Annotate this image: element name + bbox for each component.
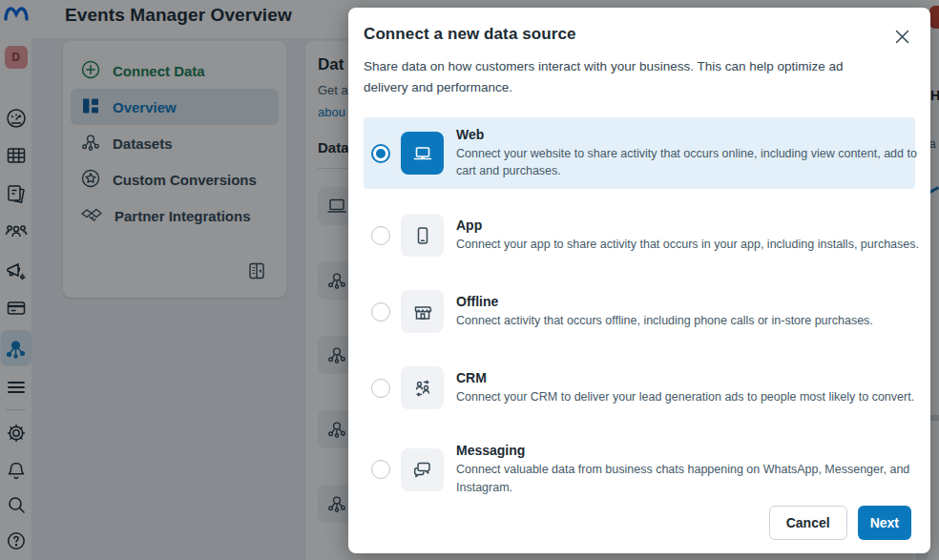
connect-data-source-modal: Connect a new data source Share data on …: [348, 8, 930, 553]
option-description: Connect valuable data from business chat…: [456, 461, 926, 495]
option-label: Web: [456, 127, 926, 142]
option-app[interactable]: App Connect your app to share activity t…: [364, 204, 915, 266]
option-label: Messaging: [456, 443, 926, 458]
next-button[interactable]: Next: [858, 506, 911, 540]
data-source-options: Web Connect your website to share activi…: [364, 117, 915, 506]
radio-messaging[interactable]: [371, 460, 390, 479]
option-label: CRM: [456, 370, 926, 385]
modal-description: Share data on how customers interact wit…: [364, 56, 887, 97]
modal-title: Connect a new data source: [364, 25, 915, 44]
close-icon[interactable]: [888, 23, 915, 50]
radio-web-selected[interactable]: [371, 144, 390, 163]
option-offline[interactable]: Offline Connect activity that occurs off…: [364, 280, 915, 342]
chat-bubbles-icon: [401, 448, 444, 491]
option-description: Connect your app to share activity that …: [456, 236, 926, 253]
modal-footer: Cancel Next: [769, 506, 911, 540]
option-web[interactable]: Web Connect your website to share activi…: [364, 117, 915, 189]
option-label: App: [456, 218, 926, 233]
cancel-button[interactable]: Cancel: [769, 506, 847, 540]
mobile-phone-icon: [401, 214, 444, 257]
option-crm[interactable]: CRM Connect your CRM to deliver your lea…: [364, 357, 915, 419]
option-label: Offline: [456, 294, 926, 309]
crm-people-icon: [401, 366, 444, 409]
option-messaging[interactable]: Messaging Connect valuable data from bus…: [364, 433, 915, 505]
option-description: Connect your CRM to deliver your lead ge…: [456, 388, 926, 405]
radio-app[interactable]: [371, 226, 390, 245]
radio-offline[interactable]: [371, 302, 390, 321]
option-description: Connect activity that occurs offline, in…: [456, 312, 926, 329]
storefront-icon: [401, 290, 444, 333]
option-description: Connect your website to share activity t…: [456, 145, 926, 179]
radio-crm[interactable]: [371, 379, 390, 398]
laptop-icon: [401, 132, 444, 175]
